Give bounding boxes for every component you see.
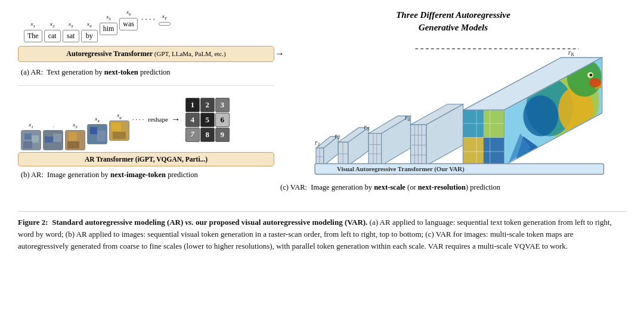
svg-point-58 xyxy=(523,95,558,137)
caption-b: (b) AR: Image generation by next-image-t… xyxy=(21,171,274,180)
svg-point-63 xyxy=(590,73,593,76)
scale-r1: r1 xyxy=(315,137,338,166)
figure-label: Figure 2: xyxy=(18,218,48,227)
main-container: x1 The x2 cat x3 sat x4 by xyxy=(0,0,644,328)
svg-rect-70 xyxy=(484,110,504,138)
divider-1 xyxy=(18,85,274,86)
title-line2: Generative Models xyxy=(396,21,510,34)
num-1: 1 xyxy=(185,98,200,112)
svg-point-64 xyxy=(589,78,601,88)
svg-text:rK: rK xyxy=(568,49,575,57)
num-5: 5 xyxy=(200,113,215,127)
token-by: by xyxy=(81,30,98,42)
caption-a-bold: next-token xyxy=(104,68,138,76)
token-sat: sat xyxy=(63,30,79,42)
img-token-2 xyxy=(43,130,63,150)
var-svg: r1 r2 xyxy=(298,43,608,180)
img-token-3 xyxy=(65,130,85,150)
img-token-4 xyxy=(87,124,107,144)
svg-text:r2: r2 xyxy=(335,132,340,141)
var-caption: (c) VAR: Image generation by next-scale … xyxy=(280,183,626,192)
svg-text:Visual Autoregressive Transfor: Visual Autoregressive Transformer (Our V… xyxy=(337,165,465,173)
image-ar-section: x1 · xyxy=(18,98,274,180)
svg-rect-2 xyxy=(32,135,39,143)
caption-a: (a) AR: Text generation by next-token pr… xyxy=(21,68,274,77)
svg-rect-69 xyxy=(463,110,484,138)
svg-rect-9 xyxy=(67,141,79,148)
num-7: 7 xyxy=(185,128,200,142)
scale-r4: r4 xyxy=(405,104,463,166)
scale-r2: r2 xyxy=(335,128,369,166)
ar-transformer-label: AR Transformer (iGPT, VQGAN, Parti...) xyxy=(85,156,208,163)
top-section: x1 The x2 cat x3 sat x4 by xyxy=(18,6,626,209)
transformer-label: Autoregressive Transformer xyxy=(66,49,153,58)
token-was: was xyxy=(119,18,138,30)
token-the: The xyxy=(24,30,42,42)
svg-rect-14 xyxy=(112,123,121,131)
token-xt xyxy=(159,22,171,26)
num-6: 6 xyxy=(215,113,230,127)
title-line1: Three Different Autoregressive xyxy=(396,9,510,21)
scale-rK: rK xyxy=(463,49,605,169)
var-caption-bold2: next-resolution xyxy=(418,183,466,191)
num-2: 2 xyxy=(200,98,215,112)
left-panel: x1 The x2 cat x3 sat x4 by xyxy=(18,6,274,209)
img-token-g xyxy=(109,120,129,141)
token-row: x1 The x2 cat x3 sat x4 by xyxy=(18,9,274,42)
svg-rect-3 xyxy=(23,141,32,148)
svg-rect-5 xyxy=(45,137,54,143)
right-title: Three Different Autoregressive Generativ… xyxy=(396,9,510,34)
svg-rect-11 xyxy=(90,127,97,134)
svg-rect-1 xyxy=(24,134,32,140)
svg-rect-35 xyxy=(369,134,381,165)
reshape-label: reshape xyxy=(148,116,168,123)
svg-rect-12 xyxy=(97,131,106,141)
ar-transformer-box: AR Transformer (iGPT, VQGAN, Parti...) xyxy=(18,152,274,166)
figure-bold: Standard autoregressive modeling (AR) vs… xyxy=(52,218,367,227)
right-panel: Three Different Autoregressive Generativ… xyxy=(280,6,626,209)
image-token-row: x1 · xyxy=(18,98,274,150)
svg-rect-8 xyxy=(69,132,77,141)
var-diagram: r1 r2 xyxy=(298,43,608,180)
num-9: 9 xyxy=(215,128,230,142)
scale-r3: r3 xyxy=(364,116,410,165)
svg-text:r3: r3 xyxy=(364,123,370,132)
figure-caption: Figure 2: Standard autoregressive modeli… xyxy=(18,211,626,252)
var-caption-bold1: next-scale xyxy=(374,183,405,191)
dots-img: · · · · xyxy=(132,116,144,123)
caption-b-bold: next-image-token xyxy=(110,171,166,179)
num-3: 3 xyxy=(215,98,230,112)
svg-text:r1: r1 xyxy=(315,139,320,147)
transformer-sub: (GPT, LLaMa, PaLM, etc.) xyxy=(154,50,226,57)
svg-rect-15 xyxy=(113,132,126,139)
text-ar-section: x1 The x2 cat x3 sat x4 by xyxy=(18,9,274,77)
reshape-arrow: → xyxy=(171,114,181,125)
num-8: 8 xyxy=(200,128,215,142)
svg-rect-6 xyxy=(53,134,61,142)
divider-line-1 xyxy=(18,85,274,86)
dots-1: · · · · xyxy=(141,14,155,24)
num-4: 4 xyxy=(185,113,200,127)
num-grid: 1 2 3 4 5 6 7 8 9 xyxy=(185,98,230,142)
token-cat: cat xyxy=(44,30,61,42)
svg-text:r4: r4 xyxy=(405,114,411,122)
token-him: him xyxy=(100,23,118,35)
img-token-1 xyxy=(21,130,41,150)
transformer-box-text: Autoregressive Transformer (GPT, LLaMa, … xyxy=(18,46,274,62)
